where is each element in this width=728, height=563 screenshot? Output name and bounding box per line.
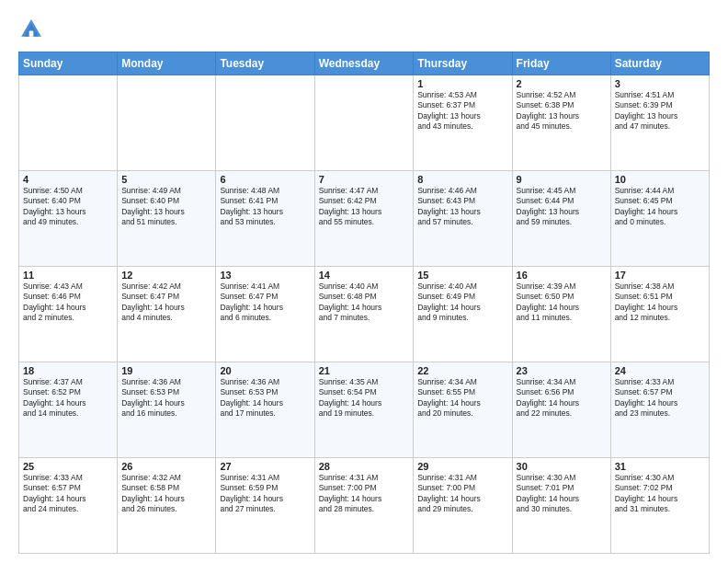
calendar-week-4: 18Sunrise: 4:37 AM Sunset: 6:52 PM Dayli…: [19, 362, 710, 458]
day-info: Sunrise: 4:31 AM Sunset: 6:59 PM Dayligh…: [220, 473, 310, 515]
day-info: Sunrise: 4:53 AM Sunset: 6:37 PM Dayligh…: [417, 90, 507, 132]
day-info: Sunrise: 4:31 AM Sunset: 7:00 PM Dayligh…: [319, 473, 410, 515]
header-day-tuesday: Tuesday: [216, 52, 314, 75]
day-number: 15: [417, 270, 507, 281]
day-info: Sunrise: 4:48 AM Sunset: 6:41 PM Dayligh…: [220, 186, 310, 228]
day-number: 7: [319, 174, 410, 185]
calendar-cell: 7Sunrise: 4:47 AM Sunset: 6:42 PM Daylig…: [314, 171, 414, 267]
day-number: 21: [319, 365, 410, 376]
day-number: 17: [615, 270, 705, 281]
header-day-wednesday: Wednesday: [314, 52, 414, 75]
day-info: Sunrise: 4:43 AM Sunset: 6:46 PM Dayligh…: [23, 282, 113, 324]
calendar-cell: 4Sunrise: 4:50 AM Sunset: 6:40 PM Daylig…: [19, 171, 118, 267]
day-number: 29: [417, 461, 507, 472]
calendar-cell: 23Sunrise: 4:34 AM Sunset: 6:56 PM Dayli…: [512, 362, 610, 458]
calendar-cell: 13Sunrise: 4:41 AM Sunset: 6:47 PM Dayli…: [216, 267, 314, 362]
day-number: 16: [517, 270, 607, 281]
day-number: 5: [121, 174, 211, 185]
day-info: Sunrise: 4:30 AM Sunset: 7:02 PM Dayligh…: [615, 473, 705, 515]
logo: [18, 17, 48, 42]
day-number: 18: [23, 365, 113, 376]
header-day-friday: Friday: [512, 52, 610, 75]
day-info: Sunrise: 4:36 AM Sunset: 6:53 PM Dayligh…: [121, 377, 211, 419]
calendar-cell: 19Sunrise: 4:36 AM Sunset: 6:53 PM Dayli…: [118, 362, 216, 458]
calendar-cell: 17Sunrise: 4:38 AM Sunset: 6:51 PM Dayli…: [610, 267, 709, 362]
calendar-week-3: 11Sunrise: 4:43 AM Sunset: 6:46 PM Dayli…: [19, 267, 710, 362]
day-info: Sunrise: 4:33 AM Sunset: 6:57 PM Dayligh…: [615, 377, 705, 419]
calendar-cell: 5Sunrise: 4:49 AM Sunset: 6:40 PM Daylig…: [118, 171, 216, 267]
calendar-cell: 8Sunrise: 4:46 AM Sunset: 6:43 PM Daylig…: [414, 171, 512, 267]
day-number: 22: [417, 365, 507, 376]
calendar-cell: 1Sunrise: 4:53 AM Sunset: 6:37 PM Daylig…: [414, 75, 512, 171]
day-info: Sunrise: 4:41 AM Sunset: 6:47 PM Dayligh…: [220, 282, 310, 324]
header-day-monday: Monday: [118, 52, 216, 75]
day-info: Sunrise: 4:44 AM Sunset: 6:45 PM Dayligh…: [615, 186, 705, 228]
day-number: 30: [517, 461, 607, 472]
day-info: Sunrise: 4:51 AM Sunset: 6:39 PM Dayligh…: [615, 90, 705, 132]
day-number: 9: [517, 174, 607, 185]
day-info: Sunrise: 4:47 AM Sunset: 6:42 PM Dayligh…: [319, 186, 410, 228]
calendar-cell: 31Sunrise: 4:30 AM Sunset: 7:02 PM Dayli…: [610, 458, 709, 554]
calendar-cell: 16Sunrise: 4:39 AM Sunset: 6:50 PM Dayli…: [512, 267, 610, 362]
svg-rect-2: [29, 31, 34, 37]
header-day-thursday: Thursday: [414, 52, 512, 75]
day-info: Sunrise: 4:34 AM Sunset: 6:55 PM Dayligh…: [417, 377, 507, 419]
day-info: Sunrise: 4:31 AM Sunset: 7:00 PM Dayligh…: [417, 473, 507, 515]
day-number: 20: [220, 365, 310, 376]
day-number: 8: [417, 174, 507, 185]
day-info: Sunrise: 4:49 AM Sunset: 6:40 PM Dayligh…: [121, 186, 211, 228]
day-info: Sunrise: 4:33 AM Sunset: 6:57 PM Dayligh…: [23, 473, 113, 515]
day-info: Sunrise: 4:35 AM Sunset: 6:54 PM Dayligh…: [319, 377, 410, 419]
day-number: 3: [615, 78, 705, 89]
calendar-cell: 22Sunrise: 4:34 AM Sunset: 6:55 PM Dayli…: [414, 362, 512, 458]
day-number: 24: [615, 365, 705, 376]
calendar-cell: 30Sunrise: 4:30 AM Sunset: 7:01 PM Dayli…: [512, 458, 610, 554]
day-number: 4: [23, 174, 113, 185]
calendar-cell: 21Sunrise: 4:35 AM Sunset: 6:54 PM Dayli…: [314, 362, 414, 458]
day-info: Sunrise: 4:37 AM Sunset: 6:52 PM Dayligh…: [23, 377, 113, 419]
header: [18, 17, 710, 42]
day-info: Sunrise: 4:32 AM Sunset: 6:58 PM Dayligh…: [121, 473, 211, 515]
calendar-table: SundayMondayTuesdayWednesdayThursdayFrid…: [18, 52, 710, 554]
logo-icon: [18, 17, 44, 42]
day-number: 11: [23, 270, 113, 281]
calendar-cell: 3Sunrise: 4:51 AM Sunset: 6:39 PM Daylig…: [610, 75, 709, 171]
day-number: 12: [121, 270, 211, 281]
day-info: Sunrise: 4:36 AM Sunset: 6:53 PM Dayligh…: [220, 377, 310, 419]
calendar-cell: 2Sunrise: 4:52 AM Sunset: 6:38 PM Daylig…: [512, 75, 610, 171]
page: SundayMondayTuesdayWednesdayThursdayFrid…: [0, 0, 728, 563]
day-number: 6: [220, 174, 310, 185]
day-number: 13: [220, 270, 310, 281]
calendar-cell: 28Sunrise: 4:31 AM Sunset: 7:00 PM Dayli…: [314, 458, 414, 554]
calendar-cell: 20Sunrise: 4:36 AM Sunset: 6:53 PM Dayli…: [216, 362, 314, 458]
header-day-sunday: Sunday: [19, 52, 118, 75]
calendar-week-2: 4Sunrise: 4:50 AM Sunset: 6:40 PM Daylig…: [19, 171, 710, 267]
day-number: 10: [615, 174, 705, 185]
calendar-cell: 9Sunrise: 4:45 AM Sunset: 6:44 PM Daylig…: [512, 171, 610, 267]
calendar-cell: 15Sunrise: 4:40 AM Sunset: 6:49 PM Dayli…: [414, 267, 512, 362]
calendar-cell: 6Sunrise: 4:48 AM Sunset: 6:41 PM Daylig…: [216, 171, 314, 267]
day-info: Sunrise: 4:42 AM Sunset: 6:47 PM Dayligh…: [121, 282, 211, 324]
calendar-cell: [19, 75, 118, 171]
calendar-header-row: SundayMondayTuesdayWednesdayThursdayFrid…: [19, 52, 710, 75]
day-number: 2: [517, 78, 607, 89]
day-info: Sunrise: 4:34 AM Sunset: 6:56 PM Dayligh…: [517, 377, 607, 419]
day-info: Sunrise: 4:45 AM Sunset: 6:44 PM Dayligh…: [517, 186, 607, 228]
day-number: 28: [319, 461, 410, 472]
day-number: 1: [417, 78, 507, 89]
day-number: 23: [517, 365, 607, 376]
calendar-cell: 26Sunrise: 4:32 AM Sunset: 6:58 PM Dayli…: [118, 458, 216, 554]
day-info: Sunrise: 4:39 AM Sunset: 6:50 PM Dayligh…: [517, 282, 607, 324]
day-info: Sunrise: 4:50 AM Sunset: 6:40 PM Dayligh…: [23, 186, 113, 228]
day-info: Sunrise: 4:38 AM Sunset: 6:51 PM Dayligh…: [615, 282, 705, 324]
day-info: Sunrise: 4:46 AM Sunset: 6:43 PM Dayligh…: [417, 186, 507, 228]
day-number: 27: [220, 461, 310, 472]
day-info: Sunrise: 4:30 AM Sunset: 7:01 PM Dayligh…: [517, 473, 607, 515]
day-number: 25: [23, 461, 113, 472]
calendar-cell: 27Sunrise: 4:31 AM Sunset: 6:59 PM Dayli…: [216, 458, 314, 554]
calendar-cell: 11Sunrise: 4:43 AM Sunset: 6:46 PM Dayli…: [19, 267, 118, 362]
calendar-cell: 29Sunrise: 4:31 AM Sunset: 7:00 PM Dayli…: [414, 458, 512, 554]
day-info: Sunrise: 4:52 AM Sunset: 6:38 PM Dayligh…: [517, 90, 607, 132]
day-number: 19: [121, 365, 211, 376]
day-number: 26: [121, 461, 211, 472]
